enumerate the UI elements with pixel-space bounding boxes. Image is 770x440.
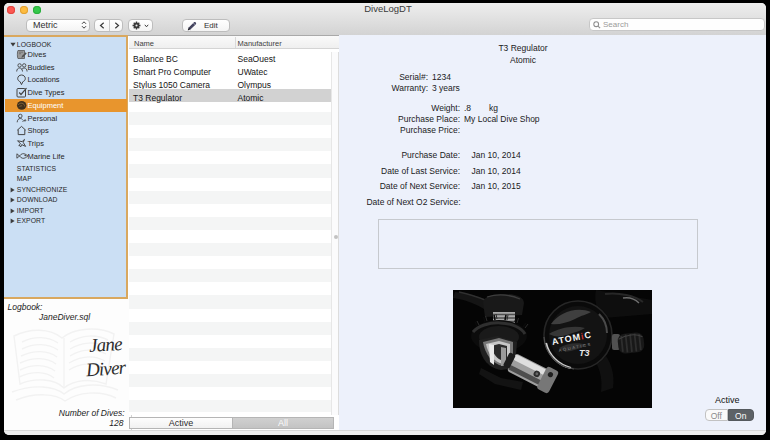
svg-text:T3: T3 — [579, 348, 590, 358]
